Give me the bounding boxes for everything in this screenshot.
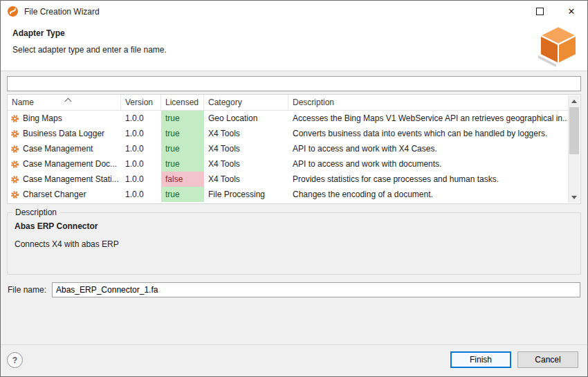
table-row[interactable]: Business Data Logger 1.0.0 true X4 Tools… — [8, 126, 569, 141]
version-cell: 1.0.0 — [121, 156, 161, 172]
description-cell: Converts business data into events which… — [288, 126, 569, 141]
column-header-name[interactable]: Name — [8, 95, 121, 110]
close-button[interactable]: ✕ — [555, 1, 587, 22]
column-header-version[interactable]: Version — [121, 95, 161, 110]
licensed-cell: true — [161, 111, 204, 126]
name-cell: Bing Maps — [8, 111, 121, 126]
adapter-filter-input[interactable] — [7, 76, 581, 91]
table-row[interactable]: Charset Changer 1.0.0 true File Processi… — [8, 187, 569, 202]
app-icon — [7, 6, 19, 17]
category-cell: Geo Location — [204, 111, 288, 126]
description-cell: API to access and work with documents. — [288, 156, 569, 172]
name-cell: Case Management Doc... — [8, 156, 121, 172]
finish-button[interactable]: Finish — [450, 351, 511, 368]
footer-separator — [1, 344, 587, 345]
version-cell: 1.0.0 — [121, 141, 161, 156]
licensed-cell: true — [161, 187, 204, 202]
gear-icon — [10, 129, 19, 138]
description-cell: Accesses the Bing Maps V1 WebService API… — [288, 111, 569, 126]
version-cell: 1.0.0 — [121, 111, 161, 126]
adapter-name: Business Data Logger — [23, 126, 104, 141]
close-icon: ✕ — [568, 6, 576, 17]
column-header-description[interactable]: Description — [288, 95, 569, 110]
column-header-category[interactable]: Category — [204, 95, 288, 110]
help-button[interactable]: ? — [7, 352, 23, 368]
version-cell: 1.0.0 — [121, 187, 161, 202]
table-row[interactable]: Case Management Stati... 1.0.0 false X4 … — [8, 172, 569, 187]
description-group: Description Abas ERP Connector Connects … — [7, 212, 581, 275]
licensed-cell: true — [161, 156, 204, 172]
file-name-input[interactable] — [52, 282, 580, 297]
name-cell: Charset Changer — [8, 187, 121, 202]
description-cell: Changes the encoding of a document. — [288, 187, 569, 202]
table-row[interactable]: Case Management Doc... 1.0.0 true X4 Too… — [8, 156, 569, 172]
page-subtitle: Select adapter type and enter a file nam… — [12, 45, 167, 55]
selected-adapter-description: Connects X4 with abas ERP — [15, 239, 119, 249]
cancel-button[interactable]: Cancel — [517, 351, 578, 368]
adapter-table: Name Version Licensed Category Descripti… — [7, 94, 581, 204]
x4-cube-logo-icon — [536, 24, 580, 71]
scrollbar-thumb[interactable] — [569, 107, 579, 154]
gear-icon — [10, 190, 19, 199]
licensed-cell: false — [161, 172, 204, 187]
wizard-header: Adapter Type Select adapter type and ent… — [1, 22, 587, 71]
scrollbar-down-icon[interactable] — [569, 192, 580, 203]
name-cell: Case Management — [8, 141, 121, 156]
adapter-table-content: Name Version Licensed Category Descripti… — [8, 95, 569, 203]
category-cell: X4 Tools — [204, 126, 288, 141]
selected-adapter-title: Abas ERP Connector — [15, 221, 98, 231]
maximize-icon — [536, 8, 544, 15]
licensed-cell: true — [161, 141, 204, 156]
gear-icon — [10, 145, 19, 154]
version-cell: 1.0.0 — [121, 172, 161, 187]
adapter-name: Bing Maps — [23, 111, 62, 126]
adapter-name: Case Management Doc... — [23, 156, 117, 172]
scrollbar-up-icon[interactable] — [569, 95, 580, 107]
category-cell: X4 Tools — [204, 156, 288, 172]
licensed-cell: true — [161, 126, 204, 141]
category-cell: X4 Tools — [204, 141, 288, 156]
adapter-name: Case Management — [23, 141, 93, 156]
table-row[interactable]: Bing Maps 1.0.0 true Geo Location Access… — [8, 111, 569, 126]
table-header-row[interactable]: Name Version Licensed Category Descripti… — [8, 95, 569, 111]
category-cell: File Processing — [204, 187, 288, 202]
adapter-name: Charset Changer — [23, 187, 86, 202]
maximize-button[interactable] — [524, 1, 555, 22]
description-group-label: Description — [12, 208, 59, 217]
description-cell: API to access and work with X4 Cases. — [288, 141, 569, 156]
description-cell: Provides statistics for case processes a… — [288, 172, 569, 187]
name-cell: Business Data Logger — [8, 126, 121, 141]
gear-icon — [10, 175, 19, 184]
version-cell: 1.0.0 — [121, 126, 161, 141]
window-title: File Creation Wizard — [24, 7, 100, 17]
file-name-label: File name: — [8, 285, 46, 295]
gear-icon — [10, 114, 19, 123]
adapter-name: Case Management Stati... — [23, 172, 119, 187]
vertical-scrollbar[interactable] — [568, 95, 580, 203]
category-cell: X4 Tools — [204, 172, 288, 187]
column-header-licensed[interactable]: Licensed — [161, 95, 204, 110]
gear-icon — [10, 160, 19, 169]
file-creation-wizard-window: File Creation Wizard ✕ Adapter Type Sele… — [0, 0, 588, 377]
page-title: Adapter Type — [12, 28, 65, 38]
help-icon: ? — [12, 356, 17, 365]
titlebar[interactable]: File Creation Wizard ✕ — [1, 1, 587, 22]
name-cell: Case Management Stati... — [8, 172, 121, 187]
table-row[interactable]: Case Management 1.0.0 true X4 Tools API … — [8, 141, 569, 156]
